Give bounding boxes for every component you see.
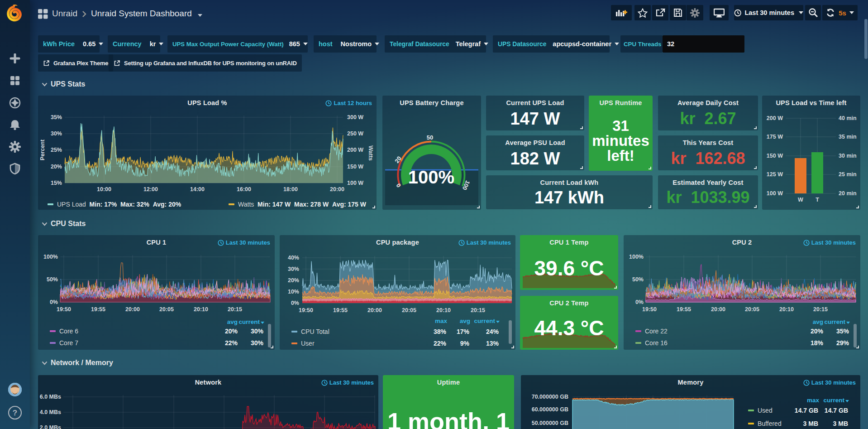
svg-text:30%: 30% xyxy=(288,266,299,272)
svg-text:200 W: 200 W xyxy=(347,147,363,153)
svg-text:20%: 20% xyxy=(288,277,299,284)
svg-text:2.0 MBs: 2.0 MBs xyxy=(40,424,61,429)
svg-text:200 W: 200 W xyxy=(767,115,783,121)
svg-text:6.0 MBs: 6.0 MBs xyxy=(40,394,61,400)
svg-text:16:00: 16:00 xyxy=(237,186,251,193)
svg-text:20:10: 20:10 xyxy=(436,307,451,313)
svg-text:19:55: 19:55 xyxy=(91,306,105,313)
svg-text:25 min: 25 min xyxy=(839,171,857,178)
svg-text:Percent: Percent xyxy=(39,139,46,160)
svg-text:12:00: 12:00 xyxy=(143,186,158,193)
svg-text:10:00: 10:00 xyxy=(97,186,111,193)
svg-text:100%: 100% xyxy=(629,254,644,260)
svg-text:100%: 100% xyxy=(408,167,454,187)
svg-text:?: ? xyxy=(13,409,17,417)
svg-text:19:50: 19:50 xyxy=(299,307,313,313)
svg-text:0%: 0% xyxy=(635,299,644,305)
svg-text:10%: 10% xyxy=(288,289,299,295)
svg-text:20: 20 xyxy=(393,155,403,164)
svg-text:19:50: 19:50 xyxy=(57,306,71,313)
svg-text:20:05: 20:05 xyxy=(159,306,174,313)
svg-text:20:00: 20:00 xyxy=(125,306,140,313)
svg-text:20:00: 20:00 xyxy=(367,307,382,313)
svg-text:20:15: 20:15 xyxy=(813,306,828,313)
svg-text:35 min: 35 min xyxy=(839,134,857,140)
svg-text:50.000000 GB: 50.000000 GB xyxy=(532,420,568,426)
svg-text:19:55: 19:55 xyxy=(677,306,691,313)
svg-text:20%: 20% xyxy=(51,164,62,170)
svg-text:25%: 25% xyxy=(51,147,62,153)
svg-text:0%: 0% xyxy=(291,300,299,306)
svg-text:70.000000 GB: 70.000000 GB xyxy=(532,394,568,400)
svg-text:20:15: 20:15 xyxy=(471,307,485,313)
svg-text:30 min: 30 min xyxy=(839,153,857,159)
svg-text:Watts: Watts xyxy=(367,145,374,161)
svg-text:W: W xyxy=(798,197,803,203)
svg-text:150 W: 150 W xyxy=(767,153,783,159)
svg-text:300 W: 300 W xyxy=(347,114,363,121)
svg-text:50%: 50% xyxy=(632,276,644,283)
svg-text:100%: 100% xyxy=(43,254,58,260)
svg-text:18:00: 18:00 xyxy=(283,186,298,193)
svg-text:19:50: 19:50 xyxy=(642,306,657,313)
svg-text:20:05: 20:05 xyxy=(402,307,416,313)
svg-text:125 W: 125 W xyxy=(767,171,783,178)
svg-text:20 min: 20 min xyxy=(839,190,857,197)
svg-text:19:55: 19:55 xyxy=(333,307,348,313)
svg-text:20:10: 20:10 xyxy=(779,306,794,313)
svg-text:35%: 35% xyxy=(51,114,62,121)
svg-text:14:00: 14:00 xyxy=(190,186,205,193)
svg-text:30%: 30% xyxy=(51,130,62,137)
svg-text:175 W: 175 W xyxy=(767,134,783,140)
svg-text:20:15: 20:15 xyxy=(228,306,242,313)
svg-text:60.000000 GB: 60.000000 GB xyxy=(532,406,568,413)
svg-text:150 W: 150 W xyxy=(347,164,363,170)
svg-text:40 min: 40 min xyxy=(839,115,857,121)
svg-text:100 W: 100 W xyxy=(767,190,783,197)
svg-text:0%: 0% xyxy=(50,299,58,305)
svg-text:20:10: 20:10 xyxy=(194,306,208,313)
svg-text:100 W: 100 W xyxy=(347,180,363,186)
svg-text:4.0 MBs: 4.0 MBs xyxy=(40,409,61,415)
svg-text:20:05: 20:05 xyxy=(745,306,759,313)
svg-text:250 W: 250 W xyxy=(347,130,363,137)
svg-text:50%: 50% xyxy=(47,276,58,283)
svg-text:15%: 15% xyxy=(51,180,62,186)
svg-text:20:00: 20:00 xyxy=(711,306,725,313)
svg-text:40%: 40% xyxy=(288,255,299,261)
svg-text:50: 50 xyxy=(427,134,433,141)
svg-text:20:00: 20:00 xyxy=(330,186,344,193)
svg-text:T: T xyxy=(816,197,819,203)
